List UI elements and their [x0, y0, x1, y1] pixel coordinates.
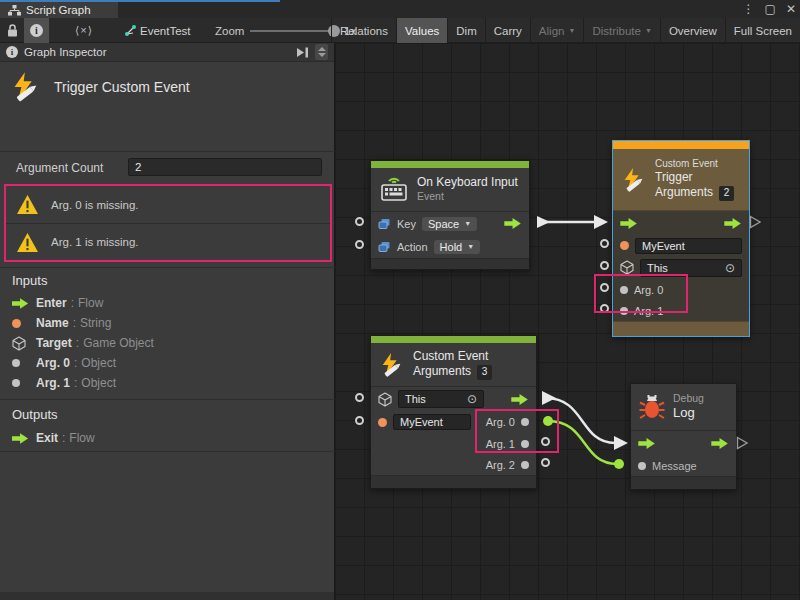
- event-node-color-bar: [371, 161, 529, 168]
- window-menu-icon[interactable]: ⋮: [743, 2, 755, 16]
- toolbar-button-values[interactable]: Values: [396, 18, 447, 43]
- input-item-target: Target : Game Object: [12, 335, 154, 351]
- message-port[interactable]: [638, 462, 646, 470]
- argument-count-field[interactable]: 2: [128, 158, 322, 176]
- warnings-annotation-box: Arg. 0 is missing. Arg. 1 is missing.: [4, 184, 332, 262]
- node-title: Log: [673, 405, 704, 421]
- zoom-label: Zoom: [215, 18, 244, 43]
- object-dot-icon: [12, 359, 36, 367]
- event-node-color-bar: [371, 336, 536, 343]
- target-row: This ⊙: [371, 387, 536, 411]
- code-view-button[interactable]: ⟨×⟩: [66, 18, 102, 43]
- chevron-down-icon: ▼: [645, 27, 652, 34]
- event-name-row: MyEvent: [613, 235, 749, 256]
- zoom-slider[interactable]: [250, 30, 336, 32]
- graph-inspector-header: i Graph Inspector: [0, 43, 334, 62]
- custom-event-icon: [621, 167, 647, 193]
- key-row: Key Space ▼: [371, 212, 529, 235]
- inputs-header: Inputs: [12, 273, 47, 288]
- info-toggle-button[interactable]: i: [24, 18, 49, 43]
- node-title-line2: Arguments2: [655, 185, 734, 201]
- trigger-name-port[interactable]: [600, 239, 609, 248]
- literal-value-icon: [378, 241, 391, 253]
- keyboard-key-port[interactable]: [355, 217, 364, 226]
- close-icon[interactable]: ✕: [786, 2, 796, 16]
- warning-item: Arg. 1 is missing.: [6, 223, 330, 260]
- flow-in-port[interactable]: [638, 438, 656, 449]
- toolbar-button-carry[interactable]: Carry: [485, 18, 530, 43]
- flow-arrow-icon: [12, 433, 36, 444]
- arg2-out-port[interactable]: [521, 461, 529, 469]
- chevron-down-icon: ▼: [464, 220, 471, 227]
- warning-text: Arg. 0 is missing.: [51, 199, 139, 211]
- input-item-enter: Enter : Flow: [12, 295, 103, 311]
- toolbar: i ⟨×⟩ EventTest Zoom 1x Relations Values…: [0, 18, 800, 43]
- flow-row: [613, 211, 749, 235]
- node-category: Debug: [673, 392, 704, 405]
- node-footer: [613, 321, 749, 336]
- event-target-port[interactable]: [355, 393, 364, 402]
- toolbar-button-align[interactable]: Align▼: [530, 18, 584, 43]
- node-debug-log[interactable]: Debug Log Message: [630, 383, 737, 490]
- string-port[interactable]: [620, 241, 629, 250]
- target-field[interactable]: This ⊙: [398, 390, 484, 408]
- flow-row: [631, 431, 736, 455]
- message-row: Message: [631, 455, 736, 476]
- toolbar-buttons: Relations Values Dim Carry Align▼ Distri…: [331, 18, 800, 43]
- output-item-exit: Exit : Flow: [12, 430, 95, 446]
- event-arg2-out-port[interactable]: [541, 458, 550, 467]
- graph-inspector-panel: i Graph Inspector Trigger Custom Event: [0, 43, 335, 600]
- divider: [0, 399, 335, 400]
- graph-asset-icon: [122, 18, 138, 43]
- trigger-arg1-port[interactable]: [600, 304, 609, 313]
- debug-flow-out-hint: [736, 436, 749, 450]
- cube-icon[interactable]: [620, 260, 634, 275]
- object-port[interactable]: [620, 286, 628, 294]
- flow-in-port[interactable]: [620, 218, 638, 229]
- trigger-target-port[interactable]: [600, 261, 609, 270]
- flow-out-port[interactable]: [504, 218, 522, 229]
- toolbar-button-dim[interactable]: Dim: [447, 18, 484, 43]
- flow-out-port[interactable]: [724, 218, 742, 229]
- arg1-out-port[interactable]: [521, 440, 529, 448]
- object-picker-icon[interactable]: ⊙: [459, 392, 477, 406]
- trigger-flow-out-hint: [749, 215, 762, 229]
- object-picker-icon[interactable]: ⊙: [717, 261, 735, 275]
- arg0-out-port[interactable]: [521, 418, 529, 426]
- selected-node-color-bar: [613, 141, 749, 149]
- event-name-port[interactable]: [355, 416, 364, 425]
- graph-name: EventTest: [140, 18, 191, 43]
- keyboard-action-port[interactable]: [355, 240, 364, 249]
- flow-out-port[interactable]: [711, 438, 729, 449]
- toolbar-button-distribute[interactable]: Distribute▼: [583, 18, 660, 43]
- lock-icon[interactable]: [2, 18, 22, 43]
- event-name-field[interactable]: MyEvent: [635, 238, 742, 254]
- node-on-keyboard-input[interactable]: On Keyboard Input Event Key Space ▼: [370, 160, 530, 270]
- node-title: On Keyboard Input: [417, 175, 518, 190]
- toolbar-button-overview[interactable]: Overview: [660, 18, 725, 43]
- graph-canvas[interactable]: On Keyboard Input Event Key Space ▼: [335, 43, 800, 600]
- action-dropdown[interactable]: Hold ▼: [434, 240, 481, 254]
- flow-out-port[interactable]: [511, 394, 529, 405]
- node-trigger-custom-event[interactable]: Custom Event Trigger Arguments2 MyEvent: [612, 140, 750, 337]
- tab-label: Script Graph: [26, 4, 91, 16]
- event-arg1-out-port[interactable]: [541, 437, 550, 446]
- tab-script-graph[interactable]: Script Graph: [0, 2, 118, 18]
- scroll-spinner[interactable]: [315, 44, 328, 60]
- event-name-field[interactable]: MyEvent: [393, 414, 471, 430]
- dock-panel-icon[interactable]: [296, 47, 309, 58]
- target-field[interactable]: This ⊙: [640, 259, 742, 277]
- toolbar-button-fullscreen[interactable]: Full Screen: [725, 18, 800, 43]
- trigger-arg0-port[interactable]: [600, 283, 609, 292]
- key-dropdown[interactable]: Space ▼: [422, 217, 477, 231]
- cube-icon[interactable]: [378, 392, 392, 407]
- code-icon: ⟨×⟩: [75, 24, 93, 37]
- spinner-down-icon[interactable]: [318, 53, 326, 57]
- warning-item: Arg. 0 is missing.: [6, 186, 330, 223]
- maximize-icon[interactable]: ▢: [765, 2, 776, 16]
- spinner-up-icon[interactable]: [318, 47, 326, 51]
- string-port[interactable]: [378, 418, 387, 427]
- toolbar-button-relations[interactable]: Relations: [331, 18, 396, 43]
- node-custom-event[interactable]: Custom Event Arguments3 This ⊙: [370, 335, 537, 489]
- object-port[interactable]: [620, 307, 628, 315]
